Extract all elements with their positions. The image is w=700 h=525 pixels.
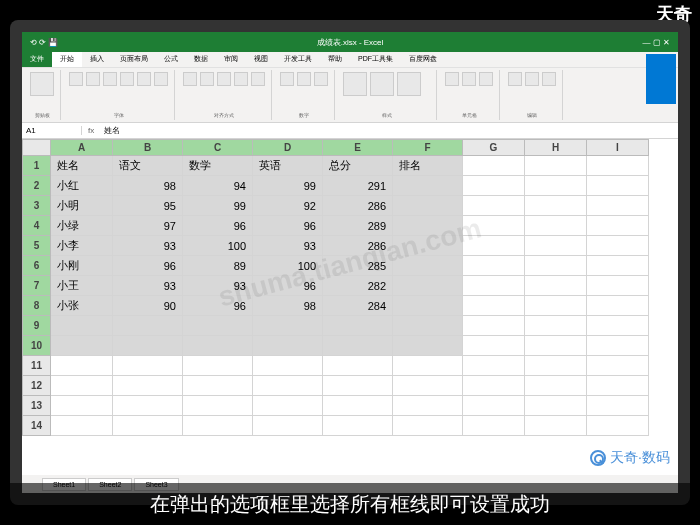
cell-B11[interactable] (113, 356, 183, 376)
cell-E6[interactable]: 285 (323, 256, 393, 276)
tab-data[interactable]: 数据 (186, 52, 216, 67)
find-icon[interactable] (542, 72, 556, 86)
cell-A5[interactable]: 小李 (51, 236, 113, 256)
cell-A3[interactable]: 小明 (51, 196, 113, 216)
cell-C6[interactable]: 89 (183, 256, 253, 276)
cell-H14[interactable] (525, 416, 587, 436)
align-center-icon[interactable] (200, 72, 214, 86)
cell-F10[interactable] (393, 336, 463, 356)
italic-icon[interactable] (86, 72, 100, 86)
cell-H8[interactable] (525, 296, 587, 316)
spreadsheet-grid[interactable]: ABCDEFGHI1姓名语文数学英语总分排名2小红9894992913小明959… (22, 139, 678, 436)
cell-D12[interactable] (253, 376, 323, 396)
cell-B10[interactable] (113, 336, 183, 356)
cell-C4[interactable]: 96 (183, 216, 253, 236)
row-header-11[interactable]: 11 (23, 356, 51, 376)
cell-G5[interactable] (463, 236, 525, 256)
cell-I1[interactable] (587, 156, 649, 176)
cell-A10[interactable] (51, 336, 113, 356)
cell-E4[interactable]: 289 (323, 216, 393, 236)
cell-C7[interactable]: 93 (183, 276, 253, 296)
col-header-B[interactable]: B (113, 140, 183, 156)
cell-I6[interactable] (587, 256, 649, 276)
cell-F13[interactable] (393, 396, 463, 416)
tab-baidu[interactable]: 百度网盘 (401, 52, 445, 67)
currency-icon[interactable] (280, 72, 294, 86)
cell-D4[interactable]: 96 (253, 216, 323, 236)
cell-A6[interactable]: 小刚 (51, 256, 113, 276)
cell-I3[interactable] (587, 196, 649, 216)
cell-F5[interactable] (393, 236, 463, 256)
col-header-F[interactable]: F (393, 140, 463, 156)
conditional-format-icon[interactable] (343, 72, 367, 96)
cell-H6[interactable] (525, 256, 587, 276)
cell-G12[interactable] (463, 376, 525, 396)
cell-E9[interactable] (323, 316, 393, 336)
row-header-8[interactable]: 8 (23, 296, 51, 316)
cell-I14[interactable] (587, 416, 649, 436)
row-header-6[interactable]: 6 (23, 256, 51, 276)
row-header-2[interactable]: 2 (23, 176, 51, 196)
cell-C10[interactable] (183, 336, 253, 356)
cell-A9[interactable] (51, 316, 113, 336)
cell-I12[interactable] (587, 376, 649, 396)
tab-insert[interactable]: 插入 (82, 52, 112, 67)
cell-I10[interactable] (587, 336, 649, 356)
cell-I5[interactable] (587, 236, 649, 256)
cell-E7[interactable]: 282 (323, 276, 393, 296)
name-box[interactable]: A1 (22, 126, 82, 135)
cell-E5[interactable]: 286 (323, 236, 393, 256)
cell-I13[interactable] (587, 396, 649, 416)
cell-D8[interactable]: 98 (253, 296, 323, 316)
cell-style-icon[interactable] (397, 72, 421, 96)
cell-F8[interactable] (393, 296, 463, 316)
cell-D10[interactable] (253, 336, 323, 356)
cell-F14[interactable] (393, 416, 463, 436)
cell-H1[interactable] (525, 156, 587, 176)
tab-formulas[interactable]: 公式 (156, 52, 186, 67)
tab-dev[interactable]: 开发工具 (276, 52, 320, 67)
cell-B1[interactable]: 语文 (113, 156, 183, 176)
cell-B3[interactable]: 95 (113, 196, 183, 216)
cell-D7[interactable]: 96 (253, 276, 323, 296)
cell-F7[interactable] (393, 276, 463, 296)
align-left-icon[interactable] (183, 72, 197, 86)
cell-B4[interactable]: 97 (113, 216, 183, 236)
cell-D11[interactable] (253, 356, 323, 376)
cell-D2[interactable]: 99 (253, 176, 323, 196)
cell-A12[interactable] (51, 376, 113, 396)
row-header-5[interactable]: 5 (23, 236, 51, 256)
cell-I9[interactable] (587, 316, 649, 336)
cell-I7[interactable] (587, 276, 649, 296)
cell-B2[interactable]: 98 (113, 176, 183, 196)
cell-F12[interactable] (393, 376, 463, 396)
cell-F1[interactable]: 排名 (393, 156, 463, 176)
cell-A13[interactable] (51, 396, 113, 416)
align-right-icon[interactable] (217, 72, 231, 86)
border-icon[interactable] (120, 72, 134, 86)
cell-C14[interactable] (183, 416, 253, 436)
cell-A11[interactable] (51, 356, 113, 376)
cell-H9[interactable] (525, 316, 587, 336)
cell-B12[interactable] (113, 376, 183, 396)
cell-D9[interactable] (253, 316, 323, 336)
cell-B14[interactable] (113, 416, 183, 436)
cell-C12[interactable] (183, 376, 253, 396)
sort-icon[interactable] (525, 72, 539, 86)
cell-I4[interactable] (587, 216, 649, 236)
tab-view[interactable]: 视图 (246, 52, 276, 67)
font-color-icon[interactable] (154, 72, 168, 86)
wrap-icon[interactable] (234, 72, 248, 86)
row-header-12[interactable]: 12 (23, 376, 51, 396)
tab-layout[interactable]: 页面布局 (112, 52, 156, 67)
cell-C1[interactable]: 数学 (183, 156, 253, 176)
cell-D1[interactable]: 英语 (253, 156, 323, 176)
row-header-13[interactable]: 13 (23, 396, 51, 416)
cell-D14[interactable] (253, 416, 323, 436)
cell-H5[interactable] (525, 236, 587, 256)
cell-G7[interactable] (463, 276, 525, 296)
underline-icon[interactable] (103, 72, 117, 86)
format-icon[interactable] (479, 72, 493, 86)
cell-G4[interactable] (463, 216, 525, 236)
cell-H7[interactable] (525, 276, 587, 296)
